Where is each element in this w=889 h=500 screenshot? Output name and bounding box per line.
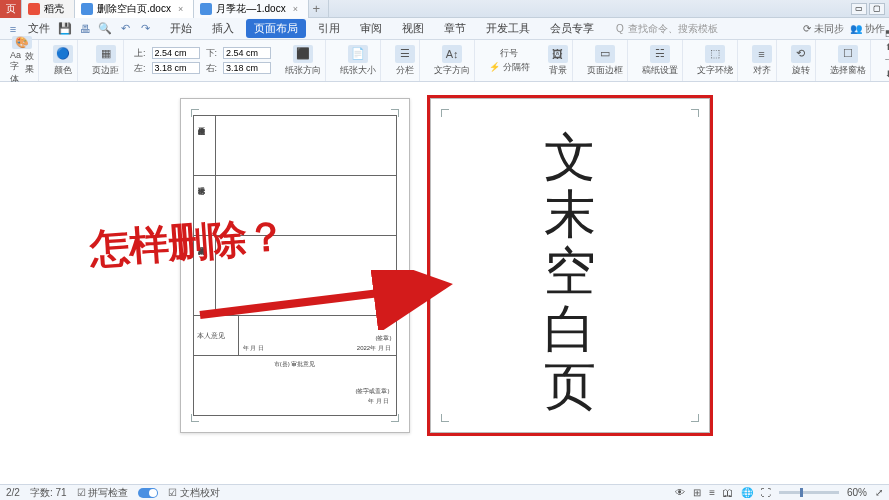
arrange-group: ⬒ 组合 ⬆ 上移一层 ⬇ 下移一层 (881, 40, 889, 81)
sync-status[interactable]: ⟳ 未同步 (803, 22, 844, 36)
svg-line-0 (200, 285, 445, 315)
command-search[interactable]: Q 查找命令、搜索模板 (616, 22, 718, 36)
proofread-toggle[interactable]: ☑ 文档校对 (168, 486, 220, 500)
row5-date: 年 月 日 (368, 397, 389, 406)
margin-top-input[interactable] (152, 47, 200, 59)
wrap-button[interactable]: ⬚文字环绕 (693, 40, 738, 81)
orientation-icon: ⬛ (293, 45, 313, 63)
print-icon[interactable]: 🖶 (76, 20, 94, 38)
spellcheck-toggle[interactable]: ☑ 拼写检查 (77, 486, 129, 500)
watermark-button[interactable]: ☵稿纸设置 (638, 40, 683, 81)
columns-button[interactable]: ☰分栏 (391, 40, 420, 81)
doc-tab-0-label: 删除空白页.docx (97, 2, 171, 16)
pagesize-icon: 📄 (348, 45, 368, 63)
redo-icon[interactable]: ↷ (136, 20, 154, 38)
undo-icon[interactable]: ↶ (116, 20, 134, 38)
selpane-button[interactable]: ☐选择窗格 (826, 40, 871, 81)
align-icon: ≡ (752, 45, 772, 63)
app-tab-docer[interactable]: 稻壳 (22, 0, 75, 18)
add-tab-button[interactable]: + (309, 0, 329, 18)
color-icon: 🔵 (53, 45, 73, 63)
textdir-icon: A↕ (442, 45, 462, 63)
orientation-button[interactable]: ⬛纸张方向 (281, 40, 326, 81)
rotate-label: 旋转 (792, 64, 810, 77)
theme-font-label[interactable]: Aa 字体 (10, 50, 21, 86)
arrow-annotation (195, 270, 475, 330)
margin-button[interactable]: ▦ 页边距 (88, 40, 124, 81)
align-label: 对齐 (753, 64, 771, 77)
search-placeholder: 查找命令、搜索模板 (628, 22, 718, 36)
layout-icon[interactable]: ⊞ (693, 487, 701, 498)
home-tab[interactable]: 页 (0, 0, 22, 18)
theme-icon[interactable]: 🎨 (12, 36, 32, 49)
pagesize-label: 纸张大小 (340, 64, 376, 77)
textdir-button[interactable]: A↕文字方向 (430, 40, 475, 81)
margin-bottom-input[interactable] (223, 47, 271, 59)
app-tab-label: 稻壳 (44, 2, 64, 16)
status-bar: 2/2 字数: 71 ☑ 拼写检查 ☑ 文档校对 👁 ⊞ ≡ 🕮 🌐 ⛶ 60%… (0, 484, 889, 500)
preview-icon[interactable]: 🔍 (96, 20, 114, 38)
ribbon-tab-insert[interactable]: 插入 (204, 19, 242, 38)
collab-button[interactable]: 👥 协作 (850, 22, 885, 36)
margin-values: 上: 下: 左: 右: (134, 47, 271, 75)
fullscreen-icon[interactable]: ⛶ (761, 487, 771, 498)
doc-tab-0[interactable]: 删除空白页.docx × (75, 0, 194, 18)
close-icon[interactable]: × (178, 4, 183, 14)
zoom-value[interactable]: 60% (847, 487, 867, 498)
ribbon-tab-section[interactable]: 章节 (436, 19, 474, 38)
word-icon (81, 3, 93, 15)
combine-label[interactable]: ⬒ 组合 (885, 27, 889, 40)
border-button[interactable]: ▭页面边框 (583, 40, 628, 81)
margin-right-label: 右: (206, 62, 218, 75)
anno-char: 文 (544, 129, 596, 186)
margin-top-label: 上: (134, 47, 146, 60)
margin-left-input[interactable] (152, 62, 200, 74)
ribbon-tabs-row: ≡ 文件 💾 🖶 🔍 ↶ ↷ 开始 插入 页面布局 引用 审阅 视图 章节 开发… (0, 18, 889, 40)
row1-content (216, 116, 396, 175)
window-controls: ▭ ▢ (851, 3, 889, 15)
linenum-button[interactable]: 行号⚡ 分隔符 (485, 40, 534, 81)
reading-icon[interactable]: 🕮 (723, 487, 733, 498)
align-button[interactable]: ≡对齐 (748, 40, 777, 81)
outline-icon[interactable]: ≡ (709, 487, 715, 498)
zoom-slider[interactable] (779, 491, 839, 494)
close-icon[interactable]: × (293, 4, 298, 14)
ribbon-tab-devtools[interactable]: 开发工具 (478, 19, 538, 38)
view-icon[interactable]: 👁 (675, 487, 685, 498)
bg-button[interactable]: 🖼背景 (544, 40, 573, 81)
ribbon-tab-member[interactable]: 会员专享 (542, 19, 602, 38)
selpane-icon: ☐ (838, 45, 858, 63)
theme-effect-label[interactable]: 效果 (25, 50, 34, 86)
ribbon-tab-review[interactable]: 审阅 (352, 19, 390, 38)
word-count[interactable]: 字数: 71 (30, 486, 67, 500)
window-max-button[interactable]: ▢ (869, 3, 885, 15)
linenum-label: 行号 (500, 47, 518, 60)
web-icon[interactable]: 🌐 (741, 487, 753, 498)
expand-icon[interactable]: ⤢ (875, 487, 883, 498)
orientation-label: 纸张方向 (285, 64, 321, 77)
rotate-button[interactable]: ⟲旋转 (787, 40, 816, 81)
ribbon-panel: 🎨 Aa 字体 效果 🔵 颜色 ▦ 页边距 上: 下: 左: 右: ⬛纸张方向 … (0, 40, 889, 82)
sep-label[interactable]: ⚡ 分隔符 (489, 61, 530, 74)
page-indicator[interactable]: 2/2 (6, 487, 20, 498)
pagesize-button[interactable]: 📄纸张大小 (336, 40, 381, 81)
margin-right-input[interactable] (223, 62, 271, 74)
anno-char: 空 (544, 243, 596, 300)
color-group[interactable]: 🔵 颜色 (49, 40, 78, 81)
page-2-blank[interactable]: 文 末 空 白 页 (430, 98, 710, 433)
save-icon[interactable]: 💾 (56, 20, 74, 38)
theme-group: 🎨 Aa 字体 效果 (6, 40, 39, 81)
margin-bottom-label: 下: (206, 47, 218, 60)
file-menu[interactable]: 文件 (24, 21, 54, 36)
moveup-button[interactable]: ⬆ 上移一层 (885, 42, 889, 65)
ribbon-tab-view[interactable]: 视图 (394, 19, 432, 38)
ribbon-tab-start[interactable]: 开始 (162, 19, 200, 38)
window-min-button[interactable]: ▭ (851, 3, 867, 15)
columns-icon: ☰ (395, 45, 415, 63)
ribbon-tab-pagelayout[interactable]: 页面布局 (246, 19, 306, 38)
doc-tab-1[interactable]: 月季花—1.docx × (194, 0, 309, 18)
spellcheck-switch[interactable] (138, 488, 158, 498)
margin-icon: ▦ (96, 45, 116, 63)
ribbon-tab-reference[interactable]: 引用 (310, 19, 348, 38)
row5-label: 市(县) 审批意见 (197, 358, 393, 369)
